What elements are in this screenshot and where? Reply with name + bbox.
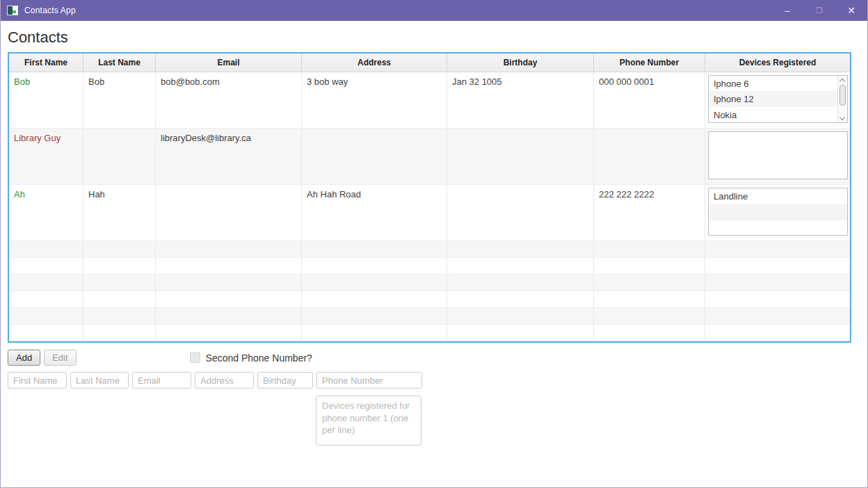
address-field[interactable] <box>195 372 254 389</box>
birthday-field[interactable] <box>257 372 313 389</box>
list-item[interactable]: Nokia <box>709 107 837 122</box>
column-header-last-name[interactable]: Last Name <box>83 54 156 72</box>
empty-cell <box>83 241 156 257</box>
empty-cell <box>594 325 705 341</box>
table-row[interactable]: Library Guy libraryDesk@library.ca <box>9 129 850 185</box>
devices-scrollbar[interactable] <box>837 76 847 122</box>
empty-cell <box>302 325 447 341</box>
empty-cell <box>447 241 594 257</box>
cell-address <box>302 129 447 184</box>
second-phone-checkbox[interactable] <box>190 352 200 363</box>
empty-cell <box>705 308 850 324</box>
empty-cell <box>83 275 156 291</box>
chevron-down-icon[interactable] <box>838 114 847 122</box>
empty-cell <box>9 241 83 257</box>
list-item[interactable]: Iphone 6 <box>709 76 837 91</box>
empty-cell <box>447 308 594 324</box>
column-header-first-name[interactable]: First Name <box>9 54 83 72</box>
column-header-address[interactable]: Address <box>302 54 447 72</box>
column-header-birthday[interactable]: Birthday <box>447 54 594 72</box>
empty-cell <box>302 291 447 307</box>
empty-cell <box>9 258 83 274</box>
chevron-up-icon[interactable] <box>838 76 847 84</box>
empty-cell <box>705 241 850 257</box>
last-name-field[interactable] <box>70 372 129 389</box>
cell-devices: Iphone 6 Iphone 12 Nokia <box>705 72 850 128</box>
devices-list <box>709 132 847 179</box>
empty-cell <box>83 291 156 307</box>
devices-list: Landline <box>709 188 847 235</box>
empty-cell <box>594 258 705 274</box>
cell-devices <box>705 129 850 184</box>
cell-birthday: Jan 32 1005 <box>447 72 594 128</box>
cell-phone-number: 000 000 0001 <box>594 72 705 128</box>
window-controls: – ❐ ✕ <box>771 0 867 21</box>
close-button[interactable]: ✕ <box>835 0 867 21</box>
empty-cell <box>302 241 447 257</box>
empty-cell <box>9 291 83 307</box>
titlebar: Contacts App – ❐ ✕ <box>1 0 867 21</box>
first-name-field[interactable] <box>8 372 67 389</box>
devices-list: Iphone 6 Iphone 12 Nokia <box>709 76 837 122</box>
devices-listbox[interactable] <box>708 131 848 179</box>
empty-cell <box>156 241 302 257</box>
window-title: Contacts App <box>24 6 76 15</box>
empty-cell <box>594 275 705 291</box>
table-empty-row[interactable] <box>9 308 850 325</box>
empty-cell <box>447 258 594 274</box>
empty-cell <box>705 291 850 307</box>
column-header-devices-registered[interactable]: Devices Registered <box>705 54 850 72</box>
empty-cell <box>156 275 302 291</box>
app-window: Contacts App – ❐ ✕ Contacts First Name L… <box>0 0 868 488</box>
cell-email <box>156 185 302 241</box>
table-empty-row[interactable] <box>9 241 850 258</box>
scrollbar-thumb[interactable] <box>839 85 846 106</box>
minimize-button[interactable]: – <box>771 0 803 21</box>
table-empty-row[interactable] <box>9 258 850 275</box>
cell-last-name <box>83 129 156 184</box>
cell-first-name: Library Guy <box>9 129 83 184</box>
empty-cell <box>156 308 302 324</box>
empty-cell <box>594 241 705 257</box>
cell-birthday <box>447 129 594 184</box>
add-button[interactable]: Add <box>8 350 40 366</box>
list-item[interactable]: Landline <box>709 188 847 204</box>
table-empty-row[interactable] <box>9 325 850 341</box>
app-icon <box>7 6 18 15</box>
empty-cell <box>594 308 705 324</box>
empty-cell <box>447 325 594 341</box>
cell-first-name: Ah <box>9 185 83 241</box>
empty-cell <box>156 325 302 341</box>
cell-email: bob@bob.com <box>156 72 302 128</box>
actions-row: Add Edit Second Phone Number? <box>8 350 867 366</box>
phone-number-field[interactable] <box>316 372 422 389</box>
table-empty-row[interactable] <box>9 291 850 308</box>
contacts-table: First Name Last Name Email Address Birth… <box>8 52 851 343</box>
page-title: Contacts <box>8 29 867 47</box>
table-row[interactable]: Ah Hah Ah Hah Road 222 222 2222 Landline <box>9 185 850 241</box>
empty-cell <box>156 258 302 274</box>
table-row[interactable]: Bob Bob bob@bob.com 3 bob way Jan 32 100… <box>9 72 850 129</box>
cell-last-name: Hah <box>83 185 156 241</box>
devices-listbox[interactable]: Landline <box>708 188 848 236</box>
cell-first-name: Bob <box>9 72 83 128</box>
cell-birthday <box>447 185 594 241</box>
cell-email: libraryDesk@library.ca <box>156 129 302 184</box>
empty-cell <box>705 275 850 291</box>
email-field[interactable] <box>132 372 191 389</box>
empty-cell <box>302 258 447 274</box>
empty-cell <box>302 275 447 291</box>
empty-cell <box>9 325 83 341</box>
close-icon: ✕ <box>847 5 855 16</box>
empty-cell <box>83 325 156 341</box>
cell-last-name: Bob <box>83 72 156 128</box>
table-empty-rows <box>9 241 850 341</box>
edit-button[interactable]: Edit <box>44 350 76 366</box>
devices-registered-textarea[interactable] <box>316 396 421 446</box>
table-empty-row[interactable] <box>9 275 850 291</box>
maximize-button[interactable]: ❐ <box>803 0 835 21</box>
column-header-phone-number[interactable]: Phone Number <box>594 54 705 72</box>
column-header-email[interactable]: Email <box>156 54 302 72</box>
devices-listbox[interactable]: Iphone 6 Iphone 12 Nokia <box>708 75 848 123</box>
list-item[interactable]: Iphone 12 <box>709 91 837 106</box>
